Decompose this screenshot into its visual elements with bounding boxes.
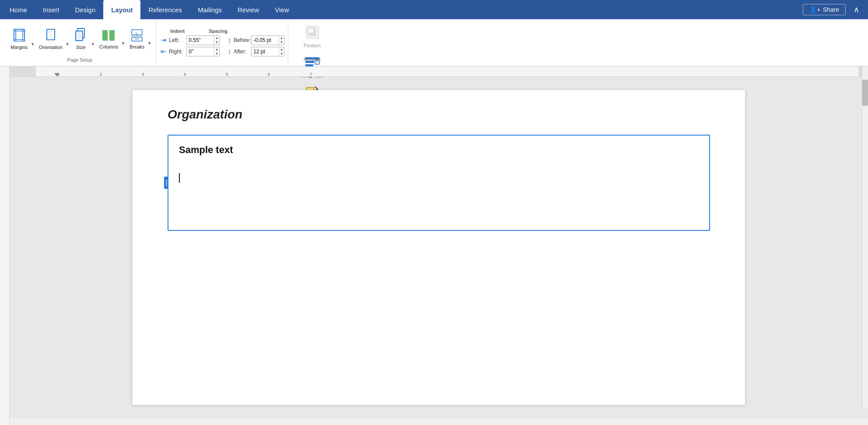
margins-dropdown-arrow[interactable]: ▼: [30, 26, 35, 52]
size-icon: [74, 28, 88, 44]
spacing-before-label: Before:: [234, 37, 249, 43]
indent-right-input[interactable]: [187, 49, 214, 55]
ribbon-group-arrange: Position Wrap Text: [288, 21, 336, 63]
document-page: Organization Sample text: [133, 90, 745, 405]
breaks-button[interactable]: a- bc Breaks: [127, 27, 147, 52]
spacing-after-input[interactable]: [252, 49, 279, 55]
tab-references[interactable]: References: [140, 0, 190, 19]
svg-rect-11: [102, 30, 108, 41]
indent-right-spinner[interactable]: ▲ ▼: [214, 47, 219, 56]
collapse-ribbon-button[interactable]: ∧: [850, 3, 863, 16]
indent-left-down[interactable]: ▼: [214, 40, 219, 45]
tab-mailings[interactable]: Mailings: [190, 0, 230, 19]
ruler: 1 2 3 4 5 6 7: [0, 66, 868, 77]
indent-left-icon: ⇥: [160, 36, 167, 44]
tab-layout[interactable]: Layout: [103, 0, 140, 19]
breaks-label: Breaks: [130, 44, 144, 50]
margins-label: Margins: [10, 45, 28, 50]
svg-rect-5: [47, 29, 55, 40]
svg-rect-20: [308, 28, 314, 33]
tab-view[interactable]: View: [267, 0, 297, 19]
spacing-after-spinner[interactable]: ▲ ▼: [279, 47, 284, 56]
indent-left-up[interactable]: ▲: [214, 36, 219, 40]
spacing-after-up[interactable]: ▲: [279, 47, 284, 52]
text-box-handle-dots: [166, 180, 167, 186]
spacing-after-icon: ↕: [227, 48, 232, 56]
indent-header-row: Indent Spacing: [160, 28, 284, 34]
spacing-before-input[interactable]: [252, 37, 279, 43]
size-button-group: Size ▼: [71, 26, 95, 52]
position-icon: [304, 24, 320, 41]
spacing-before-up[interactable]: ▲: [279, 36, 284, 40]
left-vertical-ruler: [0, 66, 10, 425]
breaks-icon: a- bc: [130, 28, 144, 43]
ribbon: Margins ▼ Orientation: [0, 19, 868, 66]
margins-button-group: Margins ▼: [8, 26, 35, 52]
tab-design[interactable]: Design: [67, 0, 104, 19]
indent-left-field[interactable]: ▲ ▼: [186, 35, 220, 45]
indent-left-spacing-before-row: ⇥ Left: ▲ ▼ ↕ Before: ▲ ▼: [160, 35, 284, 45]
text-box-handle[interactable]: [164, 177, 168, 189]
orientation-label: Orientation: [39, 45, 63, 50]
handle-dot: [166, 180, 167, 181]
spacing-header: Spacing: [209, 28, 235, 34]
svg-rect-12: [109, 30, 115, 41]
columns-dropdown-arrow[interactable]: ▼: [121, 27, 125, 52]
columns-button-group: Columns ▼: [97, 27, 125, 52]
breaks-button-group: a- bc Breaks ▼: [127, 27, 151, 52]
indent-header: Indent: [170, 28, 196, 34]
indent-left-spinner[interactable]: ▲ ▼: [214, 36, 219, 45]
columns-label: Columns: [99, 44, 118, 50]
handle-dot: [166, 182, 167, 184]
position-button[interactable]: Position: [292, 22, 332, 51]
indent-right-icon: ⇤: [160, 47, 167, 56]
share-button[interactable]: 👤+ Share: [803, 4, 846, 15]
tab-bar: Home Insert Design Layout References Mai…: [0, 0, 868, 19]
ribbon-group-page-setup: Margins ▼ Orientation: [4, 21, 156, 63]
tab-insert[interactable]: Insert: [35, 0, 67, 19]
indent-right-spacing-after-row: ⇤ Right: ▲ ▼ ↕ After: ▲ ▼: [160, 47, 284, 56]
size-dropdown-arrow[interactable]: ▼: [91, 26, 95, 52]
indent-right-label: Right:: [169, 49, 185, 55]
page-setup-buttons: Margins ▼ Orientation: [8, 22, 151, 56]
indent-left-label: Left:: [169, 37, 185, 43]
handle-dot: [166, 185, 167, 186]
margins-icon: [12, 28, 26, 44]
indent-right-field[interactable]: ▲ ▼: [186, 47, 220, 56]
vertical-scrollbar[interactable]: [862, 66, 868, 408]
ribbon-group-indent-spacing: Indent Spacing ⇥ Left: ▲ ▼ ↕ Before: ▲ ▼: [156, 21, 288, 63]
breaks-dropdown-arrow[interactable]: ▼: [147, 27, 151, 52]
scrollbar-thumb[interactable]: [862, 80, 868, 106]
tab-home[interactable]: Home: [2, 0, 35, 19]
size-button[interactable]: Size: [71, 26, 91, 52]
indent-right-up[interactable]: ▲: [214, 47, 219, 52]
columns-icon: [102, 28, 116, 43]
text-box-cursor-area[interactable]: [179, 169, 699, 183]
page-area: Organization Sample text: [10, 77, 868, 418]
size-label: Size: [76, 45, 85, 50]
page-setup-group-label: Page Setup: [67, 56, 92, 63]
text-cursor: [179, 173, 180, 183]
orientation-button-group: Orientation ▼: [36, 26, 70, 52]
columns-button[interactable]: Columns: [97, 27, 121, 52]
indent-right-down[interactable]: ▼: [214, 52, 219, 56]
tab-review[interactable]: Review: [230, 0, 267, 19]
svg-rect-10: [76, 31, 83, 41]
spacing-before-down[interactable]: ▼: [279, 40, 284, 45]
indent-left-input[interactable]: [187, 37, 214, 43]
svg-text:bc: bc: [135, 37, 139, 41]
position-label: Position: [304, 43, 321, 49]
text-box[interactable]: Sample text: [168, 135, 710, 231]
arrange-group-label: Arrange: [304, 56, 321, 62]
margins-button[interactable]: Margins: [8, 26, 30, 52]
ruler-body: 1 2 3 4 5 6 7: [36, 66, 858, 77]
spacing-after-down[interactable]: ▼: [279, 52, 284, 56]
person-add-icon: 👤+: [809, 6, 820, 13]
tab-bar-right: 👤+ Share ∧: [803, 0, 868, 19]
spacing-before-field[interactable]: ▲ ▼: [251, 35, 284, 45]
spacing-after-field[interactable]: ▲ ▼: [251, 47, 284, 56]
svg-text:a-: a-: [136, 31, 139, 35]
orientation-button[interactable]: Orientation: [36, 26, 65, 52]
spacing-before-spinner[interactable]: ▲ ▼: [279, 36, 284, 45]
orientation-dropdown-arrow[interactable]: ▼: [65, 26, 70, 52]
